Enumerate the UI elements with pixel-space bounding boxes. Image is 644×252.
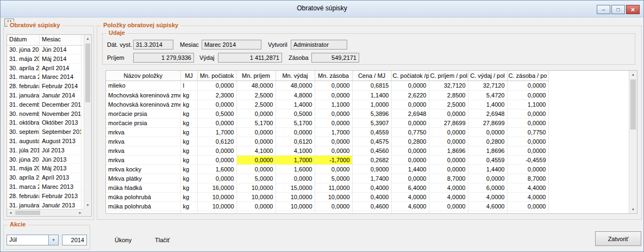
grid-cell[interactable]: 0,0000 [315, 201, 352, 211]
grid-row[interactable]: múka výberovákg0,000020,000020,00000,000… [106, 211, 629, 213]
date-list-row[interactable]: 31. januára 2014Január 20142 [7, 91, 84, 100]
grid-cell[interactable]: 1,8696 [429, 146, 468, 155]
chevron-down-icon[interactable]: ▼ [48, 235, 58, 245]
grid-cell[interactable]: 2,6948 [391, 109, 429, 118]
grid-header-cell[interactable]: C. počiatok /p [391, 71, 429, 81]
grid-cell[interactable]: Mochovská koreninová zmes [106, 100, 180, 109]
date-list-row[interactable]: 30. apríla 2014Apríl 20145 [7, 64, 84, 73]
grid-cell[interactable]: 0,5000 [352, 211, 391, 213]
grid-cell[interactable]: kg [180, 174, 197, 183]
grid-cell[interactable]: 4,0000 [468, 192, 507, 201]
scroll-thumb[interactable] [630, 79, 636, 130]
grid-cell[interactable]: 0,0000 [391, 155, 429, 164]
grid-cell[interactable]: 0,0000 [315, 118, 352, 127]
grid-cell[interactable]: 0,4559 [352, 127, 391, 137]
grid-cell[interactable]: 10,0000 [236, 192, 276, 201]
grid-cell[interactable]: 4,6000 [468, 201, 507, 211]
date-list-row[interactable]: 30. septembra 2013September 20138 [7, 127, 84, 137]
grid-cell[interactable]: 1,6000 [276, 164, 315, 174]
grid-cell[interactable]: 0,4575 [352, 137, 391, 146]
grid-cell[interactable]: mrkva [106, 127, 180, 137]
grid-cell[interactable]: 0,0000 [507, 201, 548, 211]
grid-cell[interactable]: 1,4400 [468, 164, 507, 174]
grid-cell[interactable]: Mochovská koreninová zmes [106, 90, 180, 100]
grid-cell[interactable]: 1,4000 [276, 100, 315, 109]
grid-header-cell[interactable]: Názov položky [106, 71, 180, 81]
grid-cell[interactable]: l [180, 81, 197, 90]
grid-header-cell[interactable]: MJ [180, 71, 197, 81]
grid-cell[interactable]: kg [180, 127, 197, 137]
maximize-button[interactable]: □ [611, 5, 625, 14]
grid-cell[interactable]: 1,0000 [352, 100, 391, 109]
date-list-row[interactable]: 31. decembra 2013December 20139 [7, 100, 84, 109]
grid-cell[interactable]: 10,0000 [236, 183, 276, 192]
grid-cell[interactable]: 20,0000 [276, 211, 315, 213]
grid-cell[interactable]: morčacie prsia [106, 109, 180, 118]
grid-cell[interactable]: 0,0000 [236, 137, 276, 146]
scroll-thumb[interactable] [15, 211, 40, 215]
date-list-hscrollbar[interactable]: ◄ ► [7, 209, 84, 216]
grid-cell[interactable]: 0,0000 [197, 174, 236, 183]
grid-cell[interactable]: 4,8000 [276, 90, 315, 100]
grid-cell[interactable]: 2,6948 [468, 109, 507, 118]
grid-cell[interactable]: kg [180, 211, 197, 213]
grid-cell[interactable]: kg [180, 201, 197, 211]
date-list-row[interactable]: 31. marca 2014Marec 20143 [7, 72, 84, 82]
grid-row[interactable]: múka polohrubákg10,00000,000010,00000,00… [106, 201, 629, 211]
grid-row[interactable]: mrkvakg0,00004,10004,10000,00000,45600,0… [106, 146, 629, 155]
grid-cell[interactable]: 0,4000 [352, 192, 391, 201]
grid-row[interactable]: mrkvakg1,70000,00000,00001,70000,45590,7… [106, 127, 629, 137]
grid-cell[interactable]: 15,0000 [276, 183, 315, 192]
grid-cell[interactable]: 11,0000 [315, 183, 352, 192]
date-list-row[interactable]: 31. mája 2013Máj 20133 [7, 164, 84, 173]
grid-cell[interactable]: kg [180, 90, 197, 100]
grid-cell[interactable]: -0,4559 [507, 155, 548, 164]
grid-cell[interactable]: 0,0000 [236, 155, 276, 164]
scroll-right-icon[interactable]: ► [77, 210, 84, 216]
grid-cell[interactable]: 0,0000 [236, 164, 276, 174]
grid-cell[interactable]: 0,0000 [197, 211, 236, 213]
grid-cell[interactable]: 0,0000 [391, 174, 429, 183]
grid-cell[interactable]: 0,6120 [197, 137, 236, 146]
grid-cell[interactable]: 4,1000 [236, 146, 276, 155]
grid-cell[interactable]: 0,0000 [507, 137, 548, 146]
grid-cell[interactable]: 8,7000 [429, 174, 468, 183]
grid-cell[interactable]: 0,2682 [352, 155, 391, 164]
grid-header-cell[interactable]: C. zásoba / po [507, 71, 548, 81]
grid-cell[interactable]: 0,0000 [315, 90, 352, 100]
grid-cell[interactable]: 0,0000 [391, 146, 429, 155]
grid-cell[interactable]: 0,0000 [276, 174, 315, 183]
grid-cell[interactable]: 0,5000 [197, 109, 236, 118]
grid-cell[interactable]: 1,6000 [197, 164, 236, 174]
grid-cell[interactable]: 1,1400 [352, 90, 391, 100]
date-list-row[interactable]: 31. mája 2014Máj 20143 [7, 54, 84, 64]
mesiac-field[interactable]: Marec 2014 [202, 40, 261, 50]
grid-cell[interactable]: 0,6815 [352, 81, 391, 90]
grid-cell[interactable]: 6,0000 [468, 183, 507, 192]
grid-cell[interactable]: 10,0000 [315, 192, 352, 201]
grid-row[interactable]: múka polohrubákg10,000010,000010,000010,… [106, 192, 629, 201]
grid-cell[interactable]: 0,0000 [197, 118, 236, 127]
grid-row[interactable]: mrkvakg0,61200,00000,61200,00000,45750,2… [106, 137, 629, 146]
grid-cell[interactable]: 4,6000 [391, 201, 429, 211]
date-list-row[interactable]: 30. júna 2014Jún 20146 [7, 45, 84, 54]
prijem-field[interactable]: 1 279,9336 [133, 53, 194, 63]
date-list-row[interactable]: 31. augusta 2013August 20132 [7, 137, 84, 146]
grid-cell[interactable]: 0,0000 [507, 211, 548, 213]
grid-cell[interactable]: 0,0000 [507, 164, 548, 174]
scroll-up-icon[interactable]: ▲ [629, 71, 637, 78]
grid-cell[interactable]: 27,8699 [468, 118, 507, 127]
grid-cell[interactable]: 0,0000 [391, 118, 429, 127]
grid-cell[interactable]: kg [180, 118, 197, 127]
grid-cell[interactable]: 5,1700 [276, 118, 315, 127]
grid-header-cell[interactable]: Mn. zásoba [315, 71, 352, 81]
grid-cell[interactable]: mlieko [106, 81, 180, 90]
grid-cell[interactable]: 5,0000 [315, 174, 352, 183]
grid-cell[interactable]: 4,0000 [429, 192, 468, 201]
tlacit-button[interactable]: Tlačiť [155, 237, 170, 243]
date-list-row[interactable]: 31. januára 2013Január 20133 [7, 201, 84, 209]
grid-header-cell[interactable]: Cena / MJ [352, 71, 391, 81]
grid-cell[interactable]: 0,0000 [468, 127, 507, 137]
grid-cell[interactable]: kg [180, 155, 197, 164]
grid-cell[interactable]: 0,0000 [236, 109, 276, 118]
